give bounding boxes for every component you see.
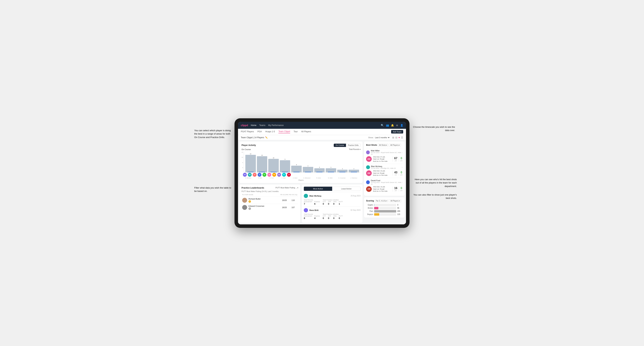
- act-stats-row-0: Total Rounds Tournament 7 Practice: [304, 199, 360, 205]
- scoring-title: Scoring: [366, 199, 374, 202]
- search-icon[interactable]: 🔍: [381, 124, 384, 127]
- sub-nav-tour[interactable]: Tour: [294, 130, 298, 133]
- chart-filter-dropdown[interactable]: Total Rounds ▾: [349, 148, 360, 150]
- shot-chevron-2[interactable]: ›: [402, 181, 402, 184]
- y-axis: 15 10 5 0: [242, 152, 244, 169]
- x-axis-label: Players: [242, 179, 360, 181]
- chart-avatar-7: MM: [277, 173, 281, 177]
- chart-avatar-3: JC: [258, 173, 262, 177]
- nav-icons: 🔍 👥 🔔 ⊕ 👤: [381, 124, 403, 127]
- most-active-tab[interactable]: Most Active: [304, 187, 332, 191]
- heart-icon[interactable]: ♥: [398, 136, 400, 139]
- lb-avatar-1: [242, 205, 247, 210]
- shot-avatar-1: [366, 165, 370, 169]
- leaderboard-header: Practice Leaderboards PUTT Must Make Put…: [242, 187, 298, 189]
- player-activity-header: Player Activity On Course Practice Drill…: [242, 144, 360, 147]
- leaderboard-filter-dropdown[interactable]: PUTT Must Make Putting ... ▾: [276, 187, 298, 189]
- users-icon[interactable]: 👥: [386, 124, 389, 127]
- on-course-toggle[interactable]: On Course: [334, 144, 346, 147]
- act-practice-group-0: Total Practice Activities GTT 0 APP: [323, 199, 343, 205]
- scoring-filter1[interactable]: Par 3, 4 & 5s ▾: [375, 199, 389, 202]
- shot-chevron-1[interactable]: ›: [402, 166, 402, 169]
- all-players-filter[interactable]: All Players ▾: [389, 144, 401, 147]
- activity-item-0: Blair McHarg 26 Aug 2023 Total Rounds To…: [304, 192, 360, 206]
- shot-metric-dist-1: 43 yds: [394, 171, 398, 176]
- act-tournament-1: 8: [304, 217, 312, 219]
- chart-avatar-2: DF: [253, 173, 256, 177]
- shot-info-0: Shot Dist: 67 ydsStart Lie: RoughEnd Lie…: [373, 156, 391, 163]
- leaderboard-row-1: Edward Crossman 2 18/20 107: [242, 204, 298, 211]
- shot-metric-remain-1: 0 yds: [400, 171, 402, 176]
- nav-link-home[interactable]: Home: [251, 124, 256, 127]
- act-tournament-0: 7: [304, 202, 312, 205]
- act-app-1: 0: [328, 217, 331, 219]
- shot-player-row-2: David Ford 24 Aug 2023 · Royal North Dev…: [366, 179, 402, 185]
- shot-item-1: Blair McHarg 23 Jul 2023 · Ashridge GC, …: [366, 164, 402, 178]
- shot-chevron-0[interactable]: ›: [402, 151, 402, 154]
- plus-circle-icon[interactable]: ⊕: [396, 124, 398, 127]
- shot-badge-2: 198: [366, 186, 372, 192]
- shot-badge-1: 200: [366, 170, 372, 176]
- grid-2-icon[interactable]: ⊟: [395, 136, 398, 139]
- sub-nav-pga[interactable]: PGA: [258, 130, 262, 133]
- sub-nav-pgat[interactable]: PGAT Players: [241, 130, 254, 133]
- bar-group-5: 4: [303, 165, 313, 172]
- practice-drills-toggle[interactable]: Practice Drills: [346, 144, 360, 147]
- all-shots-filter[interactable]: All Shots ▾: [378, 144, 388, 147]
- act-practice-group-1: Total Practice Activities GTT 0 APP: [323, 213, 343, 219]
- nav-logo: clippd: [241, 124, 248, 127]
- lb-score-0: 19/20: [280, 199, 289, 201]
- bar-chart: 1312109543322: [244, 152, 360, 173]
- bar-group-4: 5: [291, 164, 302, 172]
- act-player-row-1: Rees Britt 02 Sep 2023: [304, 208, 360, 212]
- scoring-row-3: Bogeys115: [366, 213, 402, 216]
- list-icon[interactable]: ☰: [401, 136, 403, 139]
- nav-link-performance[interactable]: My Performance: [268, 124, 284, 127]
- sub-nav-team-clippd[interactable]: Team Clippd: [278, 130, 290, 133]
- shot-info-2: Shot Dist: 16 ydsStart Lie: RoughEnd Lie…: [373, 186, 391, 192]
- shot-info-1: Shot Dist: 43 ydsStart Lie: RoughEnd Lie…: [373, 170, 391, 176]
- team-name: Team Clippd | 14 Players: [241, 136, 264, 139]
- lb-avg-1: 107: [289, 206, 298, 208]
- edit-icon[interactable]: ✏️: [265, 136, 268, 139]
- annotation-bottom-left: Filter what data you wish the table to b…: [194, 186, 233, 193]
- shot-badge-0: 200: [366, 156, 372, 162]
- sub-nav-hcaps[interactable]: Hcaps 1-5: [265, 130, 275, 133]
- nav-links: Home Teams My Performance: [251, 124, 378, 127]
- leaderboard-subtitle: PUTT Must Make Putting (3-6 ft), Last 3 …: [242, 190, 298, 192]
- act-player-name-1: Rees Britt: [310, 209, 318, 211]
- annotation-bot-right: You can also filter to show just one pla…: [410, 193, 457, 200]
- shot-details-1: 200 Shot Dist: 43 ydsStart Lie: RoughEnd…: [366, 170, 402, 176]
- best-shots-card: Best Shots All Shots ▾ All Players ▾: [364, 142, 404, 196]
- add-team-button[interactable]: Add Team: [391, 130, 403, 134]
- bar-group-8: 2: [337, 168, 348, 172]
- bar-group-7: 3: [326, 167, 336, 172]
- act-app-0: 0: [328, 202, 331, 205]
- chart-avatar-0: BM: [243, 173, 247, 177]
- chart-avatar-4: EE: [262, 173, 266, 177]
- nav-link-teams[interactable]: Teams: [259, 124, 265, 127]
- lb-avatar-0: [242, 198, 247, 203]
- bell-icon[interactable]: 🔔: [391, 124, 394, 127]
- avatar-icon[interactable]: 👤: [400, 124, 403, 127]
- annotation-mid-right: Here you can see who's hit the best shot…: [411, 178, 457, 188]
- activity-card: Most Active Least Active Blair McHarg 26…: [302, 184, 362, 223]
- bar-group-0: 13: [245, 153, 256, 172]
- shot-metric-dist-0: 67 yds: [394, 157, 398, 162]
- grid-4-icon[interactable]: ⊞: [392, 136, 394, 139]
- sub-nav-all-players[interactable]: All Players: [301, 130, 311, 133]
- least-active-tab[interactable]: Least Active: [332, 187, 360, 191]
- best-shots-header: Best Shots All Shots ▾ All Players ▾: [366, 144, 402, 147]
- shot-metric-remain-0: 0 yds: [400, 157, 402, 162]
- act-date-1: 02 Sep 2023: [350, 209, 360, 211]
- act-arg-0: 0: [333, 202, 337, 205]
- act-avatar-0: [304, 194, 308, 198]
- scoring-filter2[interactable]: All Players ▾: [389, 199, 401, 202]
- scoring-card: Scoring Par 3, 4 & 5s ▾ All Players ▾ Ea…: [364, 197, 404, 218]
- leaderboard-col-headers: PLAYER NAME PB SCORE PB AVG SQ: [242, 194, 298, 195]
- page-wrapper: You can select which player is doing the…: [234, 118, 410, 228]
- time-select[interactable]: Last 3 months Last 6 months Last year: [374, 136, 390, 139]
- act-rounds-group-1: Total Rounds Tournament 8 Practice: [304, 213, 320, 219]
- bottom-row: Practice Leaderboards PUTT Must Make Put…: [240, 184, 362, 223]
- lb-player-info-0: Richard Butler 1: [248, 198, 280, 203]
